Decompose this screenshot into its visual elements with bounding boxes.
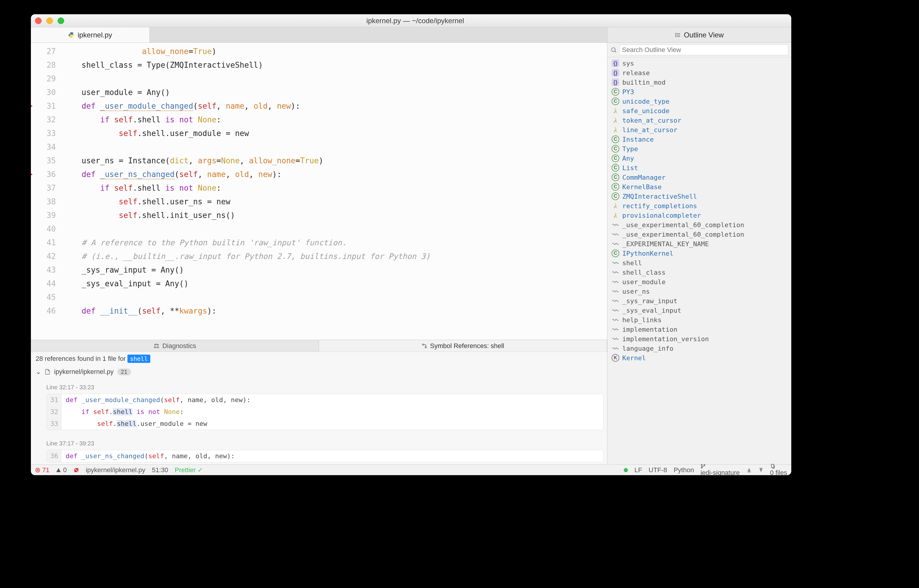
- code-line[interactable]: user_ns = Instance(dict, args=None, allo…: [63, 154, 607, 168]
- download-icon[interactable]: [746, 467, 752, 473]
- gutter-line[interactable]: 46: [31, 304, 56, 318]
- outline-item[interactable]: CCommManager: [607, 173, 791, 182]
- gutter-line[interactable]: 44: [31, 277, 56, 291]
- code-line[interactable]: _sys_eval_input = Any(): [63, 277, 607, 291]
- outline-item[interactable]: CList: [607, 163, 791, 173]
- outline-item[interactable]: {}sys: [607, 58, 791, 68]
- outline-item[interactable]: shell_class: [607, 268, 791, 277]
- code-line[interactable]: if self.shell is not None:: [63, 113, 607, 126]
- gutter-line[interactable]: 30: [31, 86, 56, 99]
- gutter-line[interactable]: 27: [31, 45, 56, 58]
- code-line[interactable]: self.shell.user_ns = new: [63, 195, 607, 208]
- code-line[interactable]: [63, 291, 607, 304]
- gutter-line[interactable]: 42: [31, 249, 56, 263]
- code-line[interactable]: def _user_ns_changed(self, name, old, ne…: [63, 168, 607, 181]
- code-line[interactable]: user_module = Any(): [63, 86, 607, 99]
- outline-item[interactable]: {}release: [607, 68, 791, 78]
- gutter-line[interactable]: 45: [31, 291, 56, 304]
- outline-header[interactable]: Outline View: [607, 27, 791, 42]
- gutter-line[interactable]: 29: [31, 72, 56, 86]
- outline-item[interactable]: λtoken_at_cursor: [607, 116, 791, 125]
- tab-symbol-references[interactable]: Symbol References: shell: [319, 340, 607, 352]
- gutter-line[interactable]: 40: [31, 222, 56, 236]
- zoom-window-button[interactable]: [58, 18, 64, 24]
- editor[interactable]: 2728293031323334353637383940414243444546…: [31, 43, 607, 340]
- code-line[interactable]: shell_class = Type(ZMQInteractiveShell): [63, 58, 607, 72]
- code-line[interactable]: if self.shell is not None:: [63, 181, 607, 195]
- outline-item[interactable]: λsafe_unicode: [607, 106, 791, 116]
- outline-item[interactable]: λprovisionalcompleter: [607, 210, 791, 220]
- status-language[interactable]: Python: [674, 466, 694, 474]
- gutter-line[interactable]: 33: [31, 126, 56, 140]
- code-line[interactable]: [63, 140, 607, 154]
- gutter-line[interactable]: 32: [31, 113, 56, 126]
- outline-item[interactable]: language_info: [607, 344, 791, 353]
- close-window-button[interactable]: [35, 18, 42, 24]
- outline-item[interactable]: CInstance: [607, 134, 791, 144]
- outline-item[interactable]: _use_experimental_60_completion: [607, 229, 791, 239]
- tab-diagnostics[interactable]: ⚖︎ Diagnostics: [31, 340, 319, 352]
- gutter-line[interactable]: 39: [31, 208, 56, 222]
- status-errors[interactable]: 71: [35, 466, 49, 474]
- outline-item[interactable]: _sys_raw_input: [607, 296, 791, 305]
- code-line[interactable]: # (i.e., __builtin__.raw_input for Pytho…: [63, 249, 607, 263]
- outline-list[interactable]: {}sys{}release{}builtin_modCPY3Cunicode_…: [607, 57, 791, 464]
- outline-item[interactable]: _EXPERIMENTAL_KEY_NAME: [607, 239, 791, 249]
- outline-item[interactable]: CZMQInteractiveShell: [607, 192, 791, 201]
- code-line[interactable]: def _user_module_changed(self, name, old…: [63, 99, 607, 113]
- gutter-line[interactable]: 28: [31, 58, 56, 72]
- result-code[interactable]: 36def _user_ns_changed(self, name, old, …: [46, 450, 604, 462]
- code-line[interactable]: [63, 72, 607, 86]
- outline-item[interactable]: implementation: [607, 325, 791, 334]
- cursor-scope-icon[interactable]: [73, 467, 79, 473]
- status-prettier[interactable]: Prettier ✓: [174, 466, 203, 474]
- code-line[interactable]: self.shell.user_module = new: [63, 126, 607, 140]
- outline-search-input[interactable]: [619, 45, 788, 55]
- minimize-window-button[interactable]: [46, 18, 53, 24]
- outline-item[interactable]: Cunicode_type: [607, 97, 791, 106]
- outline-item[interactable]: CAny: [607, 153, 791, 163]
- code-line[interactable]: allow_none=True): [63, 45, 607, 58]
- status-warnings[interactable]: 0: [56, 466, 66, 474]
- code-line[interactable]: [63, 222, 607, 236]
- status-cursor-position[interactable]: 51:30: [152, 466, 168, 474]
- gutter-line[interactable]: 41: [31, 236, 56, 249]
- gutter-line[interactable]: 31: [31, 99, 56, 113]
- gutter-line[interactable]: 38: [31, 195, 56, 208]
- code-line[interactable]: def __init__(self, **kwargs):: [63, 304, 607, 318]
- status-encoding[interactable]: UTF-8: [649, 466, 667, 474]
- gutter-line[interactable]: 43: [31, 263, 56, 277]
- status-file-path[interactable]: ipykernel/ipkernel.py: [86, 466, 145, 474]
- gutter-line[interactable]: 35: [31, 154, 56, 168]
- outline-item[interactable]: λrectify_completions: [607, 201, 791, 210]
- outline-item[interactable]: implementation_version: [607, 334, 791, 344]
- code-line[interactable]: self.shell.init_user_ns(): [63, 208, 607, 222]
- outline-item[interactable]: CType: [607, 144, 791, 153]
- outline-item[interactable]: CKernelBase: [607, 182, 791, 192]
- outline-item[interactable]: user_module: [607, 277, 791, 287]
- outline-item[interactable]: KKernel: [607, 353, 791, 363]
- outline-item[interactable]: shell: [607, 258, 791, 268]
- kite-status-icon[interactable]: [624, 468, 628, 472]
- status-signature[interactable]: jedi-signature: [700, 464, 740, 475]
- code-line[interactable]: # A reference to the Python builtin 'raw…: [63, 236, 607, 249]
- results-file-row[interactable]: ⌄ ipykernel/ipkernel.py 21: [31, 365, 607, 378]
- status-github-files[interactable]: 0 files: [770, 464, 787, 475]
- outline-item[interactable]: help_links: [607, 315, 791, 325]
- gutter-line[interactable]: 37: [31, 181, 56, 195]
- result-code[interactable]: 31def _user_module_changed(self, name, o…: [46, 394, 604, 430]
- outline-item[interactable]: CIPythonKernel: [607, 249, 791, 258]
- code-line[interactable]: _sys_raw_input = Any(): [63, 263, 607, 277]
- status-eol[interactable]: LF: [635, 466, 642, 474]
- outline-item[interactable]: λline_at_cursor: [607, 125, 791, 134]
- gutter-line[interactable]: 36: [31, 168, 56, 181]
- outline-item[interactable]: CPY3: [607, 87, 791, 97]
- outline-item[interactable]: {}builtin_mod: [607, 78, 791, 87]
- gutter-line[interactable]: 34: [31, 140, 56, 154]
- upload-icon[interactable]: [758, 467, 764, 473]
- outline-item[interactable]: _sys_eval_input: [607, 305, 791, 315]
- outline-item[interactable]: _use_experimental_60_completion: [607, 220, 791, 229]
- tab-ipkernel[interactable]: ipkernel.py: [31, 27, 150, 42]
- editor-code[interactable]: allow_none=True) shell_class = Type(ZMQI…: [60, 43, 607, 340]
- outline-item[interactable]: user_ns: [607, 287, 791, 296]
